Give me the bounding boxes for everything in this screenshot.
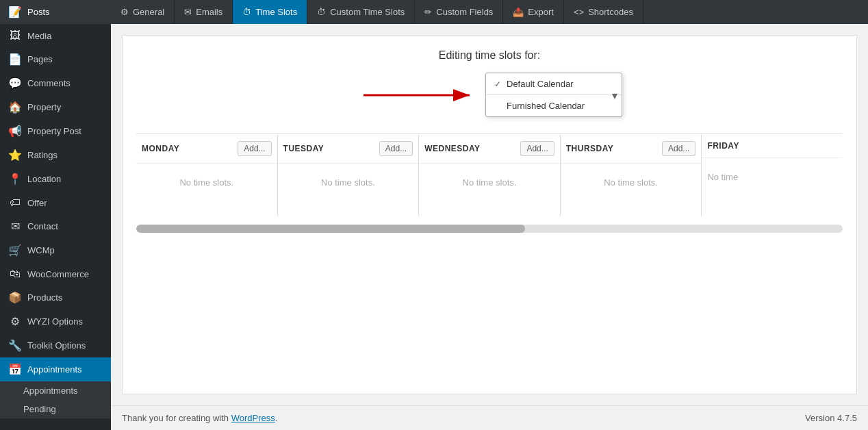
media-icon: 🖼	[8, 29, 22, 42]
sidebar-sub-sub-pending[interactable]: Pending	[0, 400, 111, 418]
emails-tab-icon: ✉	[184, 7, 192, 17]
day-name-wednesday: WEDNESDAY	[424, 144, 480, 153]
sidebar-item-wyzi-options[interactable]: ⚙WYZI Options	[0, 309, 111, 333]
sidebar-item-property[interactable]: 🏠Property	[0, 95, 111, 119]
calendar-selector-row: ✓ Default Calendar Furnished Calendar ▾	[136, 73, 843, 117]
sidebar-item-label: Property	[27, 102, 61, 112]
check-icon: ✓	[494, 79, 502, 89]
tab-label: General	[133, 7, 164, 17]
pages-icon: 📄	[8, 53, 22, 66]
sidebar-item-label: WYZI Options	[27, 316, 83, 327]
sidebar-item-wcmp[interactable]: 🛒WCMp	[0, 238, 111, 262]
horizontal-scrollbar[interactable]	[136, 225, 843, 233]
property-post-icon: 📢	[8, 125, 22, 138]
products-icon: 📦	[8, 291, 22, 304]
sidebar-item-ratings[interactable]: ⭐Ratings	[0, 143, 111, 167]
sidebar-item-label: WooCommerce	[27, 269, 89, 279]
sidebar-item-label: Products	[27, 292, 62, 303]
sidebar-sub-sub-appointments[interactable]: Appointments	[0, 381, 111, 400]
sidebar-item-label: Ratings	[27, 150, 58, 160]
sidebar-item-label: Comments	[27, 78, 71, 88]
sidebar-item-appointments[interactable]: 📅Appointments	[0, 357, 111, 381]
time-slots-tab-icon: ⏱	[242, 7, 251, 17]
comments-icon: 💬	[8, 77, 22, 90]
day-name-thursday: THURSDAY	[566, 144, 614, 153]
sidebar-item-toolkit-options[interactable]: 🔧Toolkit Options	[0, 333, 111, 357]
sidebar-item-location[interactable]: 📍Location	[0, 167, 111, 191]
tab-label: Shortcodes	[588, 7, 633, 17]
sidebar-item-label: Appointments	[27, 364, 82, 375]
shortcodes-tab-icon: <>	[574, 7, 584, 17]
custom-time-slots-tab-icon: ⏱	[317, 7, 326, 17]
tab-label: Custom Time Slots	[330, 7, 405, 17]
posts-icon: 📝	[8, 5, 22, 18]
footer-text-prefix: Thank you for creating with	[122, 413, 231, 423]
days-grid: MONDAYAdd...No time slots. TUESDAYAdd...…	[136, 134, 843, 216]
day-col-friday: FRIDAYNo time	[702, 134, 843, 216]
day-col-wednesday: WEDNESDAYAdd...No time slots.	[419, 134, 561, 216]
offer-icon: 🏷	[8, 197, 22, 209]
red-arrow-icon	[357, 81, 480, 109]
calendar-option-default[interactable]: ✓ Default Calendar	[486, 73, 622, 95]
calendar-option-default-label: Default Calendar	[507, 79, 574, 89]
calendar-dropdown[interactable]: ✓ Default Calendar Furnished Calendar ▾	[485, 73, 622, 117]
no-slots-monday: No time slots.	[136, 164, 277, 201]
dropdown-arrow-icon: ▾	[612, 88, 617, 101]
sidebar-item-comments[interactable]: 💬Comments	[0, 71, 111, 95]
footer-text: Thank you for creating with WordPress.	[122, 413, 277, 423]
add-btn-wednesday[interactable]: Add...	[520, 141, 554, 156]
sidebar-item-products[interactable]: 📦Products	[0, 286, 111, 309]
content-inner: Editing time slots for:	[122, 35, 857, 394]
custom-fields-tab-icon: ✏	[424, 7, 432, 17]
arrow-container	[357, 81, 480, 109]
no-slots-friday: No time	[702, 158, 843, 196]
day-col-thursday: THURSDAYAdd...No time slots.	[561, 134, 702, 216]
check-empty	[494, 101, 502, 111]
sidebar-item-label: Property Post	[27, 126, 81, 136]
footer-text-suffix: .	[275, 413, 278, 423]
tab-label: Export	[528, 7, 554, 17]
sidebar-item-label: WCMp	[27, 245, 55, 255]
sidebar-item-label: Toolkit Options	[27, 340, 86, 351]
wordpress-link[interactable]: WordPress	[231, 413, 275, 423]
day-header-friday: FRIDAY	[702, 134, 843, 158]
tab-custom-time-slots[interactable]: ⏱Custom Time Slots	[307, 0, 415, 24]
tab-label: Time Slots	[255, 7, 297, 17]
woocommerce-icon: 🛍	[8, 268, 22, 280]
sidebar-item-woocommerce[interactable]: 🛍WooCommerce	[0, 262, 111, 286]
sidebar-item-label: Contact	[27, 221, 58, 231]
tab-export[interactable]: 📤Export	[503, 0, 564, 24]
sidebar-item-contact[interactable]: ✉Contact	[0, 214, 111, 238]
sidebar-item-label: Offer	[27, 198, 47, 208]
toolkit-options-icon: 🔧	[8, 339, 22, 352]
property-icon: 🏠	[8, 101, 22, 114]
add-btn-monday[interactable]: Add...	[238, 141, 271, 156]
wcmp-icon: 🛒	[8, 244, 22, 257]
scroll-thumb[interactable]	[136, 225, 525, 233]
ratings-icon: ⭐	[8, 149, 22, 162]
sidebar-item-property-post[interactable]: 📢Property Post	[0, 119, 111, 143]
day-header-wednesday: WEDNESDAYAdd...	[419, 134, 560, 164]
tab-emails[interactable]: ✉Emails	[175, 0, 233, 24]
no-slots-thursday: No time slots.	[561, 164, 702, 201]
add-btn-tuesday[interactable]: Add...	[379, 141, 413, 156]
sidebar-item-media[interactable]: 🖼Media	[0, 24, 111, 47]
tab-general[interactable]: ⚙General	[111, 0, 175, 24]
day-header-thursday: THURSDAYAdd...	[561, 134, 702, 164]
sidebar-item-offer[interactable]: 🏷Offer	[0, 191, 111, 214]
tab-shortcodes[interactable]: <>Shortcodes	[564, 0, 643, 24]
location-icon: 📍	[8, 173, 22, 186]
no-slots-tuesday: No time slots.	[278, 164, 419, 201]
sidebar-item-label: Pages	[27, 54, 53, 64]
add-btn-thursday[interactable]: Add...	[662, 141, 695, 156]
sidebar-item-posts[interactable]: 📝Posts	[0, 0, 111, 24]
sidebar-item-pages[interactable]: 📄Pages	[0, 47, 111, 71]
contact-icon: ✉	[8, 220, 22, 233]
content-area: Editing time slots for:	[111, 24, 868, 430]
sidebar: 📝Posts🖼Media📄Pages💬Comments🏠Property📢Pro…	[0, 0, 111, 430]
day-name-friday: FRIDAY	[707, 141, 739, 151]
tab-custom-fields[interactable]: ✏Custom Fields	[415, 0, 503, 24]
editing-heading: Editing time slots for:	[136, 49, 843, 62]
calendar-option-furnished[interactable]: Furnished Calendar	[486, 95, 622, 116]
tab-time-slots[interactable]: ⏱Time Slots	[233, 0, 307, 24]
